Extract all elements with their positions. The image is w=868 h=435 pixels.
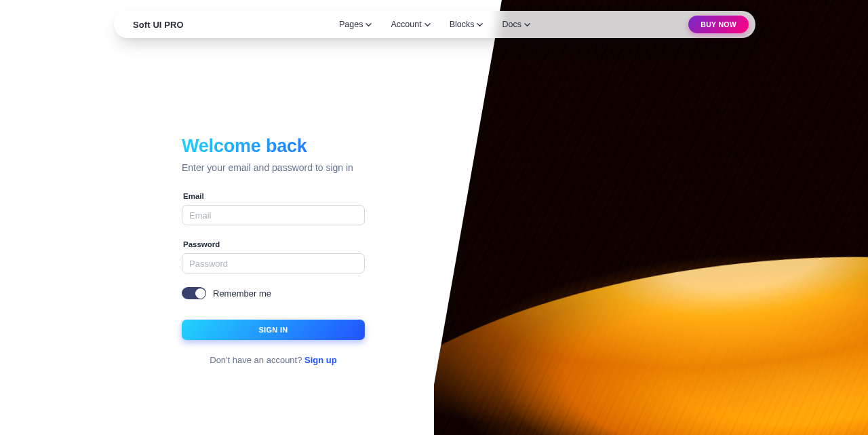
signup-link[interactable]: Sign up bbox=[304, 355, 337, 365]
buy-now-button[interactable]: BUY NOW bbox=[688, 16, 749, 33]
signup-prompt-line: Don't have an account? Sign up bbox=[182, 355, 365, 365]
nav-item-label: Pages bbox=[339, 20, 363, 29]
signin-form: Email Password Remember me SIGN IN Don't… bbox=[182, 192, 365, 365]
nav-item-blocks[interactable]: Blocks bbox=[450, 20, 484, 29]
page-title: Welcome back bbox=[182, 136, 365, 157]
email-label: Email bbox=[183, 192, 365, 200]
signup-prompt-text: Don't have an account? bbox=[210, 355, 304, 365]
nav-item-label: Blocks bbox=[450, 20, 475, 29]
password-label: Password bbox=[183, 240, 365, 248]
signin-section: Welcome back Enter your email and passwo… bbox=[182, 136, 365, 365]
chevron-down-icon bbox=[425, 22, 431, 28]
chevron-down-icon bbox=[366, 22, 372, 28]
nav-item-account[interactable]: Account bbox=[391, 20, 430, 29]
nav-item-label: Docs bbox=[502, 20, 521, 29]
chevron-down-icon bbox=[477, 22, 483, 28]
remember-me-label: Remember me bbox=[213, 288, 271, 299]
nav-center-menu: Pages Account Blocks Docs bbox=[339, 20, 530, 29]
nav-item-docs[interactable]: Docs bbox=[502, 20, 530, 29]
email-input[interactable] bbox=[182, 205, 365, 225]
nav-item-label: Account bbox=[391, 20, 421, 29]
page-subtitle: Enter your email and password to sign in bbox=[182, 162, 365, 173]
hero-artwork bbox=[434, 0, 868, 435]
top-navbar: Soft UI PRO Pages Account Blocks Docs bbox=[114, 11, 755, 38]
password-input[interactable] bbox=[182, 253, 365, 273]
signin-button[interactable]: SIGN IN bbox=[182, 320, 365, 340]
remember-me-toggle[interactable] bbox=[182, 287, 206, 299]
brand-logo-text[interactable]: Soft UI PRO bbox=[133, 20, 184, 30]
nav-item-pages[interactable]: Pages bbox=[339, 20, 372, 29]
toggle-knob-icon bbox=[195, 288, 205, 299]
chevron-down-icon bbox=[524, 22, 530, 28]
